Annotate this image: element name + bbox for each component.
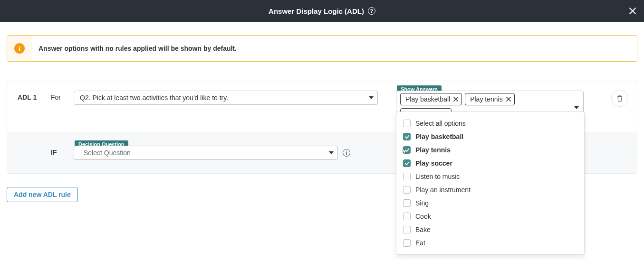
- answer-option[interactable]: Play an instrument: [396, 183, 584, 196]
- for-question-value: Q2. Pick at least two activities that yo…: [80, 94, 228, 102]
- checkbox[interactable]: [403, 199, 411, 207]
- modal-title-wrap: Answer Display Logic (ADL) ?: [269, 7, 375, 15]
- checkbox[interactable]: [403, 159, 411, 167]
- answer-option-label: Listen to music: [415, 173, 460, 180]
- answer-chip-label: Play tennis: [470, 95, 502, 103]
- answer-option[interactable]: Listen to music: [396, 170, 584, 183]
- help-icon[interactable]: ?: [368, 7, 375, 15]
- answer-option[interactable]: Select all options: [396, 117, 584, 130]
- info-icon: i: [14, 43, 25, 54]
- delete-rule-button[interactable]: [611, 90, 628, 107]
- checkbox[interactable]: [403, 213, 411, 220]
- rule-card: ADL 1 For Q2. Pick at least two activiti…: [7, 81, 637, 174]
- if-label: IF: [51, 146, 65, 156]
- show-answers-block: Show Answers Play basketball Play tennis…: [396, 91, 584, 123]
- info-banner-text: Answer options with no rules applied wil…: [32, 36, 243, 61]
- answer-option-label: Eat: [415, 239, 425, 247]
- content-area: i Answer options with no rules applied w…: [0, 22, 644, 209]
- answer-option-label: Play tennis: [415, 146, 451, 154]
- trash-icon: [616, 94, 624, 102]
- answer-option-label: Bake: [415, 226, 431, 233]
- answer-option-label: Play an instrument: [415, 186, 471, 194]
- caret-down-icon: [369, 96, 374, 99]
- answer-option-label: Sing: [415, 199, 429, 207]
- modal-header: Answer Display Logic (ADL) ?: [0, 0, 644, 22]
- chip-remove-button[interactable]: [453, 96, 459, 102]
- caret-down-icon: [574, 102, 579, 111]
- close-icon: [628, 7, 637, 15]
- rule-name: ADL 1: [18, 91, 42, 101]
- checkbox[interactable]: [403, 146, 411, 154]
- info-banner: i Answer options with no rules applied w…: [7, 35, 637, 62]
- answer-option-label: Play basketball: [415, 133, 463, 140]
- checkbox[interactable]: [403, 133, 411, 140]
- answer-option[interactable]: Cook: [396, 210, 584, 223]
- answer-option-label: Select all options: [415, 120, 466, 127]
- answer-option-label: Play soccer: [415, 159, 452, 167]
- answer-chip: Play basketball: [400, 93, 462, 105]
- checkbox[interactable]: [403, 186, 411, 194]
- answer-option[interactable]: Play tennis: [396, 143, 584, 157]
- info-icon-wrap: i: [7, 36, 32, 61]
- modal-title: Answer Display Logic (ADL): [269, 7, 364, 15]
- answer-option[interactable]: Sing: [396, 196, 584, 210]
- info-icon[interactable]: i: [343, 149, 350, 157]
- answers-dropdown-panel: Select all optionsPlay basketballPlay te…: [396, 112, 585, 255]
- answer-option[interactable]: Eat: [396, 236, 584, 250]
- answer-option[interactable]: Bake: [396, 223, 584, 236]
- answer-option[interactable]: Play basketball: [396, 130, 584, 143]
- for-select-wrap: Q2. Pick at least two activities that yo…: [74, 91, 378, 105]
- add-rule-button[interactable]: Add new ADL rule: [7, 187, 78, 202]
- checkbox[interactable]: [403, 120, 411, 127]
- chip-remove-button[interactable]: [506, 96, 511, 102]
- answer-option-label: Cook: [415, 213, 431, 220]
- checkbox[interactable]: [403, 173, 411, 180]
- close-button[interactable]: [627, 5, 638, 17]
- caret-down-icon: [329, 151, 334, 154]
- decision-question-select[interactable]: Select Question: [74, 146, 338, 160]
- answer-chip-label: Play basketball: [405, 95, 450, 103]
- answer-chip: Play tennis: [465, 93, 514, 105]
- decision-question-value: Select Question: [84, 149, 131, 157]
- for-question-select[interactable]: Q2. Pick at least two activities that yo…: [74, 91, 378, 105]
- for-row: ADL 1 For Q2. Pick at least two activiti…: [7, 81, 637, 132]
- checkbox[interactable]: [403, 239, 411, 247]
- if-inner: Decision Question Select Question i: [74, 146, 350, 160]
- if-select-wrap: Decision Question Select Question: [74, 146, 338, 160]
- answer-option[interactable]: Play soccer: [396, 157, 584, 170]
- for-label: For: [51, 91, 65, 101]
- checkbox[interactable]: [403, 226, 411, 233]
